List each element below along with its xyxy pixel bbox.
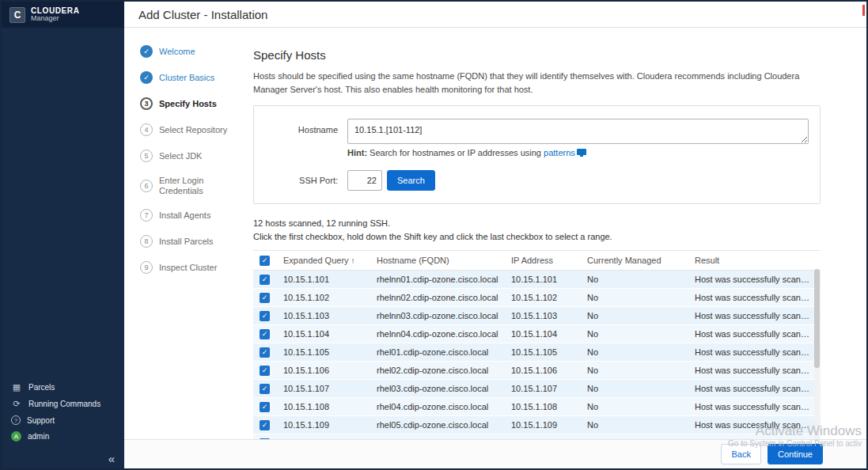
cell-expanded-query: 10.15.1.105 bbox=[277, 343, 370, 362]
row-checkbox[interactable]: ✓ bbox=[260, 311, 270, 321]
row-checkbox[interactable]: ✓ bbox=[260, 275, 270, 285]
section-description: Hosts should be specified using the same… bbox=[253, 70, 821, 96]
col-hostname[interactable]: Hostname (FQDN) bbox=[370, 251, 505, 271]
row-checkbox[interactable]: ✓ bbox=[260, 384, 270, 394]
hosts-table: ✓ Expanded Query↑ Hostname (FQDN) IP Add… bbox=[253, 250, 821, 439]
app-window: C CLOUDERA Manager ▦ Parcels ⟳ Running C… bbox=[0, 0, 868, 470]
step-state-icon: 5 bbox=[140, 150, 153, 162]
step-state-icon: 6 bbox=[140, 180, 153, 192]
ssh-port-input[interactable] bbox=[347, 170, 382, 191]
cell-ip-address: 10.15.1.105 bbox=[505, 343, 581, 362]
sidebar-item-support[interactable]: ? Support bbox=[2, 412, 124, 428]
wizard-step[interactable]: 8 Install Parcels bbox=[140, 235, 248, 248]
page-header: Add Cluster - Installation bbox=[124, 2, 866, 28]
sidebar-item-parcels[interactable]: ▦ Parcels bbox=[2, 379, 124, 396]
hostname-input[interactable]: 10.15.1.[101-112] bbox=[347, 119, 809, 144]
cell-currently-managed: No bbox=[581, 343, 688, 362]
cell-hostname: rhel05.cdip-ozone.cisco.local bbox=[370, 416, 505, 434]
cell-currently-managed: No bbox=[581, 398, 688, 416]
table-row: ✓ 10.15.1.107 rhel03.cdip-ozone.cisco.lo… bbox=[253, 380, 821, 398]
table-row: ✓ 10.15.1.106 rhel02.cdip-ozone.cisco.lo… bbox=[253, 362, 821, 380]
step-state-icon: 3 bbox=[140, 97, 153, 110]
table-row: ✓ 10.15.1.103 rhelnn03.cdip-ozone.cisco.… bbox=[253, 307, 821, 325]
hint-text: Search for hostnames or IP addresses usi… bbox=[367, 148, 544, 157]
patterns-link[interactable]: patterns bbox=[544, 148, 575, 157]
row-checkbox[interactable]: ✓ bbox=[260, 347, 270, 358]
hostname-label: Hostname bbox=[254, 119, 347, 135]
cell-currently-managed: No bbox=[581, 271, 688, 289]
red-marker bbox=[862, 5, 865, 16]
step-label: Cluster Basics bbox=[159, 73, 214, 83]
search-button[interactable]: Search bbox=[387, 170, 435, 191]
cloudera-logo[interactable]: C CLOUDERA Manager bbox=[2, 2, 124, 28]
step-state-icon: ✓ bbox=[140, 71, 153, 84]
ssh-port-label: SSH Port: bbox=[254, 176, 347, 185]
sidebar-collapse-button[interactable]: « bbox=[108, 452, 115, 465]
sort-asc-icon: ↑ bbox=[351, 256, 355, 265]
wizard-step[interactable]: 3 Specify Hosts bbox=[140, 97, 248, 110]
sidebar-item-admin[interactable]: A admin bbox=[2, 428, 124, 445]
wizard-step[interactable]: ✓ Welcome bbox=[140, 45, 248, 58]
cell-currently-managed: No bbox=[581, 416, 688, 434]
col-expanded-query[interactable]: Expanded Query↑ bbox=[277, 251, 370, 271]
row-checkbox[interactable]: ✓ bbox=[260, 293, 270, 303]
table-scrollbar[interactable] bbox=[814, 269, 820, 439]
step-state-icon: ✓ bbox=[140, 45, 153, 58]
patterns-help-icon bbox=[577, 149, 586, 157]
step-state-icon: 9 bbox=[140, 261, 153, 274]
wizard-step[interactable]: 5 Select JDK bbox=[140, 150, 248, 162]
cell-hostname: rhelnn01.cdip-ozone.cisco.local bbox=[370, 271, 505, 289]
row-checkbox[interactable]: ✓ bbox=[260, 366, 270, 376]
wizard-step[interactable]: ✓ Cluster Basics bbox=[140, 71, 248, 84]
col-ip-address[interactable]: IP Address bbox=[505, 251, 581, 271]
cell-expanded-query: 10.15.1.108 bbox=[277, 398, 370, 416]
step-label: Select Repository bbox=[159, 125, 227, 135]
cell-ip-address: 10.15.1.103 bbox=[505, 307, 581, 325]
running-commands-icon: ⟳ bbox=[11, 399, 22, 409]
sidebar-item-running-commands[interactable]: ⟳ Running Commands bbox=[2, 396, 124, 412]
brand-sub: Manager bbox=[31, 15, 79, 23]
cell-hostname: rhel03.cdip-ozone.cisco.local bbox=[370, 380, 505, 398]
hostname-hint: Hint: Search for hostnames or IP address… bbox=[347, 148, 809, 157]
wizard-step[interactable]: 6 Enter Login Credentials bbox=[140, 176, 248, 195]
cell-hostname: rhel06.cdip-ozone.cisco.local bbox=[370, 434, 505, 439]
sidebar-bottom-nav: ▦ Parcels ⟳ Running Commands ? Support A… bbox=[2, 379, 124, 445]
cell-currently-managed: No bbox=[581, 362, 688, 380]
table-scrollbar-thumb[interactable] bbox=[814, 269, 820, 368]
cell-ip-address: 10.15.1.102 bbox=[505, 289, 581, 307]
back-button[interactable]: Back bbox=[721, 444, 760, 464]
sidebar-item-label: Support bbox=[27, 416, 55, 425]
wizard-step[interactable]: 7 Install Agents bbox=[140, 209, 248, 222]
cell-result: Host was successfully scanned. bbox=[688, 325, 821, 343]
step-label: Specify Hosts bbox=[159, 99, 217, 109]
user-avatar: A bbox=[11, 431, 21, 442]
cell-result: Host was successfully scanned. bbox=[688, 271, 821, 289]
row-checkbox[interactable]: ✓ bbox=[260, 438, 270, 439]
wizard-step[interactable]: 4 Select Repository bbox=[140, 123, 248, 136]
select-all-checkbox[interactable]: ✓ bbox=[260, 256, 270, 266]
cell-hostname: rhelnn03.cdip-ozone.cisco.local bbox=[370, 307, 505, 325]
row-checkbox[interactable]: ✓ bbox=[260, 402, 270, 412]
step-label: Inspect Cluster bbox=[159, 263, 217, 273]
continue-button[interactable]: Continue bbox=[768, 444, 823, 464]
step-label: Welcome bbox=[159, 47, 195, 57]
wizard-step[interactable]: 9 Inspect Cluster bbox=[140, 261, 248, 274]
cell-currently-managed: No bbox=[581, 289, 688, 307]
cloudera-logo-icon: C bbox=[9, 7, 25, 23]
main-body: ✓ Welcome ✓ Cluster Basics 3 Specify Hos… bbox=[124, 28, 866, 439]
row-checkbox[interactable]: ✓ bbox=[260, 420, 270, 430]
wizard-steps: ✓ Welcome ✓ Cluster Basics 3 Specify Hos… bbox=[124, 28, 253, 439]
wizard-footer: Back Continue bbox=[124, 439, 866, 468]
step-state-icon: 7 bbox=[140, 209, 153, 222]
table-header-row: ✓ Expanded Query↑ Hostname (FQDN) IP Add… bbox=[253, 251, 821, 271]
col-result[interactable]: Result bbox=[688, 251, 821, 271]
ssh-port-row: SSH Port: Search bbox=[254, 170, 809, 191]
col-currently-managed[interactable]: Currently Managed bbox=[581, 251, 688, 271]
cell-result: Host was successfully scanned. bbox=[688, 307, 821, 325]
cell-ip-address: 10.15.1.107 bbox=[505, 380, 581, 398]
cell-expanded-query: 10.15.1.103 bbox=[277, 307, 370, 325]
sidebar-item-label: Parcels bbox=[28, 383, 55, 392]
cell-expanded-query: 10.15.1.109 bbox=[277, 416, 370, 434]
table-row: ✓ 10.15.1.110 rhel06.cdip-ozone.cisco.lo… bbox=[253, 434, 821, 439]
row-checkbox[interactable]: ✓ bbox=[260, 329, 270, 339]
